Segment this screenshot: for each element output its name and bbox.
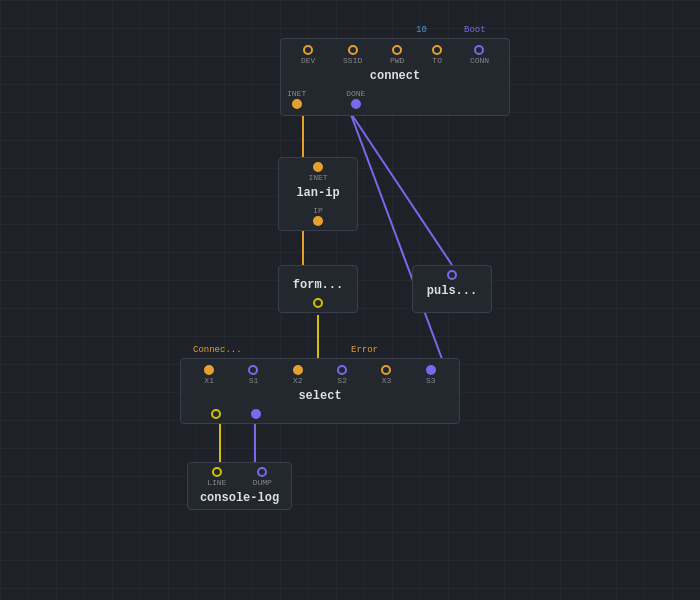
x2-port[interactable]: [293, 365, 303, 375]
select-port-s3[interactable]: S3: [426, 365, 436, 385]
connect-port-pwd[interactable]: PWD: [390, 45, 404, 65]
console-log-node: LINE DUMP console-log: [187, 462, 292, 510]
conn-label: CONN: [470, 56, 489, 65]
puls-input-ports: [413, 266, 491, 282]
to-above-label: 10: [416, 25, 427, 35]
ssid-label: SSID: [343, 56, 362, 65]
ssid-port[interactable]: [348, 45, 358, 55]
line-port[interactable]: [212, 467, 222, 477]
s2-port[interactable]: [337, 365, 347, 375]
select-out-purple[interactable]: [251, 409, 261, 419]
connec-above-label: Connec...: [193, 345, 242, 355]
lan-ip-title: lan-ip: [279, 184, 357, 204]
s2-label: S2: [337, 376, 347, 385]
puls-port-in[interactable]: [447, 270, 457, 280]
select-out-yellow[interactable]: [211, 409, 221, 419]
lan-ip-input-ports: INET: [279, 158, 357, 184]
x3-port[interactable]: [381, 365, 391, 375]
lan-ip-node: INET lan-ip IP: [278, 157, 358, 231]
s1-port[interactable]: [248, 365, 258, 375]
select-port-s1[interactable]: S1: [248, 365, 258, 385]
lan-ip-output-ports: IP: [279, 204, 357, 230]
select-output-ports: [181, 407, 459, 423]
dev-label: DEV: [301, 56, 315, 65]
line-label: LINE: [207, 478, 226, 487]
s1-label: S1: [249, 376, 259, 385]
pwd-port[interactable]: [392, 45, 402, 55]
lan-ip-inet-label: INET: [308, 173, 327, 182]
console-log-title: console-log: [188, 489, 291, 509]
select-port-x2[interactable]: X2: [293, 365, 303, 385]
ip-out-label: IP: [313, 206, 323, 215]
connect-port-dev[interactable]: DEV: [301, 45, 315, 65]
select-port-x3[interactable]: X3: [381, 365, 391, 385]
x3-label: X3: [382, 376, 392, 385]
select-node: Connec... Error X1 S1 X2 S2 X3 S3 select: [180, 358, 460, 424]
inet-out-port[interactable]: [292, 99, 302, 109]
pwd-label: PWD: [390, 56, 404, 65]
lan-ip-inet-port[interactable]: [313, 162, 323, 172]
conn-port[interactable]: [474, 45, 484, 55]
connect-input-ports: 10 Boot DEV SSID PWD TO CONN: [281, 39, 509, 67]
error-above-label: Error: [351, 345, 378, 355]
s3-port[interactable]: [426, 365, 436, 375]
form-output-ports: [279, 296, 357, 312]
connect-port-inet-out[interactable]: INET: [287, 89, 306, 109]
dump-label: DUMP: [253, 478, 272, 487]
done-out-port[interactable]: [351, 99, 361, 109]
dev-port[interactable]: [303, 45, 313, 55]
s3-label: S3: [426, 376, 436, 385]
form-node: form...: [278, 265, 358, 313]
connect-title: connect: [281, 67, 509, 87]
select-input-ports: Connec... Error X1 S1 X2 S2 X3 S3: [181, 359, 459, 387]
puls-node: puls...: [412, 265, 492, 313]
lan-ip-port-inet[interactable]: INET: [308, 162, 327, 182]
ip-out-port[interactable]: [313, 216, 323, 226]
select-port-s2[interactable]: S2: [337, 365, 347, 385]
inet-out-label: INET: [287, 89, 306, 98]
console-log-port-dump[interactable]: DUMP: [253, 467, 272, 487]
form-out-port[interactable]: [313, 298, 323, 308]
svg-line-3: [350, 112, 448, 375]
select-yellow-out-port[interactable]: [211, 409, 221, 419]
connect-node: 10 Boot DEV SSID PWD TO CONN connect INE…: [280, 38, 510, 116]
dump-port[interactable]: [257, 467, 267, 477]
console-log-input-ports: LINE DUMP: [188, 463, 291, 489]
to-port[interactable]: [432, 45, 442, 55]
connect-port-to[interactable]: TO: [432, 45, 442, 65]
connect-port-ssid[interactable]: SSID: [343, 45, 362, 65]
form-title: form...: [279, 276, 357, 296]
connect-port-conn[interactable]: CONN: [470, 45, 489, 65]
boot-label: Boot: [464, 25, 486, 35]
connect-output-ports: INET DONE: [281, 87, 509, 115]
puls-output-ports: [413, 302, 491, 312]
x2-label: X2: [293, 376, 303, 385]
puls-title: puls...: [413, 282, 491, 302]
form-input-ports: [279, 266, 357, 276]
svg-line-2: [350, 112, 452, 265]
x1-label: X1: [204, 376, 214, 385]
x1-port[interactable]: [204, 365, 214, 375]
to-label: TO: [432, 56, 442, 65]
lan-ip-port-ip[interactable]: IP: [313, 206, 323, 226]
select-port-x1[interactable]: X1: [204, 365, 214, 385]
console-log-port-line[interactable]: LINE: [207, 467, 226, 487]
select-purple-out-port[interactable]: [251, 409, 261, 419]
select-title: select: [181, 387, 459, 407]
connect-port-done-out[interactable]: DONE: [346, 89, 365, 109]
done-out-label: DONE: [346, 89, 365, 98]
form-port-out[interactable]: [313, 298, 323, 308]
puls-in-port[interactable]: [447, 270, 457, 280]
